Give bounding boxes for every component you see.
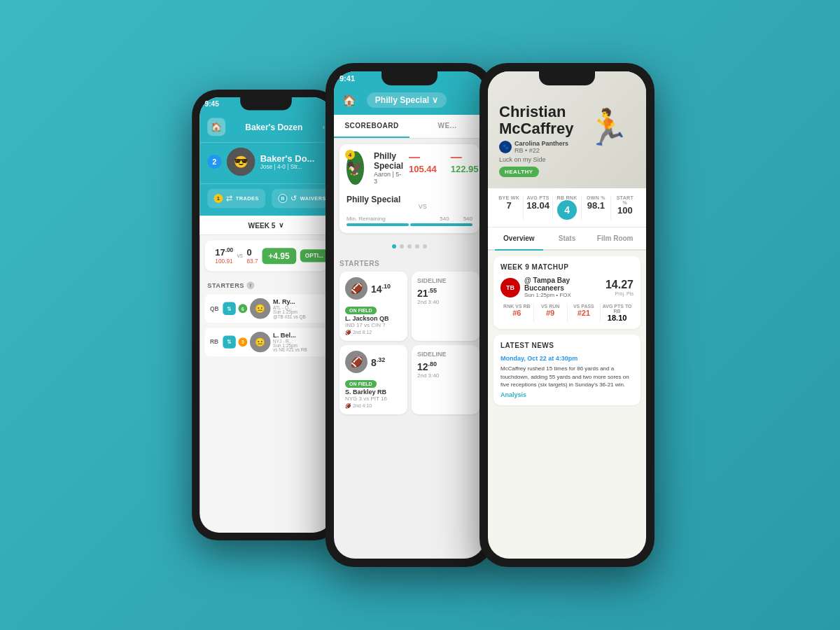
sb-team-name2: Philly Special xyxy=(346,195,400,204)
ms-avg-pts: AVG PTS TO RB 18.10 xyxy=(601,304,634,322)
qb-info: M. Ry... ATL - Q... Sun 1:25pm @TB #31 v… xyxy=(273,298,306,318)
pos-label-rb: RB xyxy=(210,339,220,345)
sb-score: 8.32 xyxy=(371,356,385,368)
sideline-header: SIDELINE xyxy=(417,277,474,284)
waivers-icon: ↺ xyxy=(290,194,297,203)
player-row-qb: QB ⇅ 6 😐 M. Ry... ATL - Q... Sun 1:25pm … xyxy=(205,295,328,323)
pos-label-qb: QB xyxy=(210,305,220,312)
notch-left xyxy=(240,97,292,110)
player-team: Carolina Panthers xyxy=(514,140,568,147)
matchup-row: 🏈 17.00 100.91 vs 0 83.7 +4.95 OPTI... xyxy=(211,246,321,266)
sb-vs: VS xyxy=(419,203,427,210)
stat-own-pct: OWN % 98.1 xyxy=(582,195,610,220)
player-card-sb: 🏈 8.32 ON FIELD S. Barkley RB NYG 3 vs P… xyxy=(340,345,407,414)
sb-game: 🏈 2nd 4:10 xyxy=(345,403,402,409)
trades-badge: 1 xyxy=(214,194,223,203)
sideline-header-2: SIDELINE xyxy=(417,351,474,358)
mid-title: Philly Special xyxy=(375,95,429,105)
home-icon-mid[interactable]: 🏠 xyxy=(342,94,356,107)
player-card-sb-sideline: SIDELINE 12.80 2nd 3:40 xyxy=(412,345,479,414)
player-pos: RB • #22 xyxy=(514,147,568,154)
team-avatar-left: 😎 xyxy=(227,148,255,176)
left-screen: 9:45 🏠 Baker's Dozen › 2 😎 Baker's Do...… xyxy=(200,97,332,533)
score-main-left: 17.00 xyxy=(215,247,233,258)
sb-score-block: 8.32 xyxy=(371,356,385,368)
stat-avg-pts: AVG PTS 18.04 xyxy=(524,195,553,220)
swap-btn-qb[interactable]: ⇅ xyxy=(223,302,235,315)
mid-tab-bar: SCOREBOARD WE... xyxy=(334,115,485,139)
sideline-label-1: SIDELINE xyxy=(417,277,447,284)
lj-score: 14.10 xyxy=(371,283,391,295)
news-link[interactable]: Analysis xyxy=(500,391,634,398)
dot-3[interactable] xyxy=(407,244,412,248)
scoreboard-card: 4 🦅 Philly Special Aaron | 5-3 — 105.44 xyxy=(340,144,479,233)
vs-text: vs xyxy=(237,253,243,259)
tab-overview[interactable]: Overview xyxy=(495,227,543,251)
rb-avatar: 😐 xyxy=(250,332,270,352)
ms-vs-run: VS RUN #9 xyxy=(534,304,568,322)
tab-stats[interactable]: Stats xyxy=(543,227,592,249)
proj-val: 14.27 xyxy=(606,279,634,291)
dot-5[interactable] xyxy=(423,244,427,248)
sideline-time-2: 2nd 3:40 xyxy=(417,372,474,379)
sb-name: S. Barkley RB xyxy=(345,388,402,396)
opt-btn[interactable]: OPTI... xyxy=(300,249,328,262)
sideline-score-2: 12.80 xyxy=(417,360,474,372)
sb-header: 4 🦅 Philly Special Aaron | 5-3 — 105.44 xyxy=(346,151,472,185)
team-info-left: Baker's Do... Jose | 4-0 | Str... xyxy=(260,153,315,170)
rank-badge-left: 2 xyxy=(207,155,221,169)
trades-btn[interactable]: 1 ⇄ TRADES xyxy=(207,189,265,209)
sb-score2: 122.95 xyxy=(451,164,479,174)
progress-label: Min. Remaining 540 540 xyxy=(346,216,472,222)
ms-rnk-rb: RNK VS RB #6 xyxy=(500,304,534,322)
player-card-row-1: 🏈 14.10 ON FIELD L. Jackson QB IND 17 vs… xyxy=(340,272,479,341)
starters-title-mid: STARTERS xyxy=(340,257,479,272)
phone-right: Christian McCaffrey 🐾 Carolina Panthers … xyxy=(479,63,654,567)
news-title: LATEST NEWS xyxy=(500,342,634,349)
swap-btn-rb[interactable]: ⇅ xyxy=(223,335,235,348)
panthers-logo: 🐾 xyxy=(499,141,512,153)
dash-2: — xyxy=(451,151,479,164)
score-proj2: 83.7 xyxy=(246,258,258,265)
week-selector-left[interactable]: WEEK 5 ∨ xyxy=(200,216,332,235)
sb-status: ON FIELD xyxy=(345,380,377,388)
player-row-rb: RB ⇅ 3 😐 L. Bel... NYJ - R... Sun 1:25pm… xyxy=(205,328,328,356)
notch-right xyxy=(539,71,595,85)
tab-scoreboard[interactable]: SCOREBOARD xyxy=(334,115,410,138)
starters-section: STARTERS 🏈 14.10 ON FIELD L. Jackson QB … xyxy=(334,254,485,421)
player-hero: Christian McCaffrey 🐾 Carolina Panthers … xyxy=(488,71,646,188)
right-screen: Christian McCaffrey 🐾 Carolina Panthers … xyxy=(488,71,646,559)
progress-bar-1 xyxy=(346,223,409,226)
matchup-detail-row: TB @ Tampa Bay Buccaneers Sun 1:25pm • F… xyxy=(500,276,634,298)
rb-name: L. Bel... xyxy=(273,332,307,339)
lj-header: 🏈 14.10 xyxy=(345,277,402,300)
phone-left: 9:45 🏠 Baker's Dozen › 2 😎 Baker's Do...… xyxy=(192,90,340,540)
progress-bars xyxy=(346,223,472,226)
week-chevron: ∨ xyxy=(279,221,284,230)
dot-1[interactable] xyxy=(392,244,396,248)
qb-name: M. Ry... xyxy=(273,298,306,305)
dot-2[interactable] xyxy=(400,244,404,248)
eagle-icon: 🦅 xyxy=(346,160,364,176)
mid-title-pill[interactable]: Philly Special ∨ xyxy=(367,92,447,108)
score-proj-left: 100.91 xyxy=(215,258,233,265)
lj-score-block: 14.10 xyxy=(371,283,391,295)
qb-matchup: @TB #31 vs QB xyxy=(273,314,306,318)
stat-bye-wk: BYE WK 7 xyxy=(495,195,524,220)
player-card-row-2: 🏈 8.32 ON FIELD S. Barkley RB NYG 3 vs P… xyxy=(340,345,479,414)
mid-chevron: ∨ xyxy=(432,95,438,105)
dot-4[interactable] xyxy=(415,244,419,248)
trades-label: TRADES xyxy=(236,195,259,201)
sideline-score-1: 21.55 xyxy=(417,287,474,299)
sideline-time-1: 2nd 3:40 xyxy=(417,299,474,305)
boost-btn[interactable]: +4.95 xyxy=(262,248,296,264)
stats-bar: BYE WK 7 AVG PTS 18.04 RB RNK 4 OWN % 98… xyxy=(488,188,646,227)
stat-rb-rnk: RB RNK 4 xyxy=(553,195,582,220)
notch-middle xyxy=(382,71,438,85)
left-actions: 1 ⇄ TRADES B ↺ WAIVERS xyxy=(200,183,332,216)
waivers-btn[interactable]: B ↺ WAIVERS xyxy=(272,189,332,209)
tab-week[interactable]: WE... xyxy=(410,115,485,138)
sb-vs-row: Philly Special VS xyxy=(346,189,472,210)
tab-film-room[interactable]: Film Room xyxy=(591,227,639,249)
home-icon-left[interactable]: 🏠 xyxy=(207,118,225,136)
